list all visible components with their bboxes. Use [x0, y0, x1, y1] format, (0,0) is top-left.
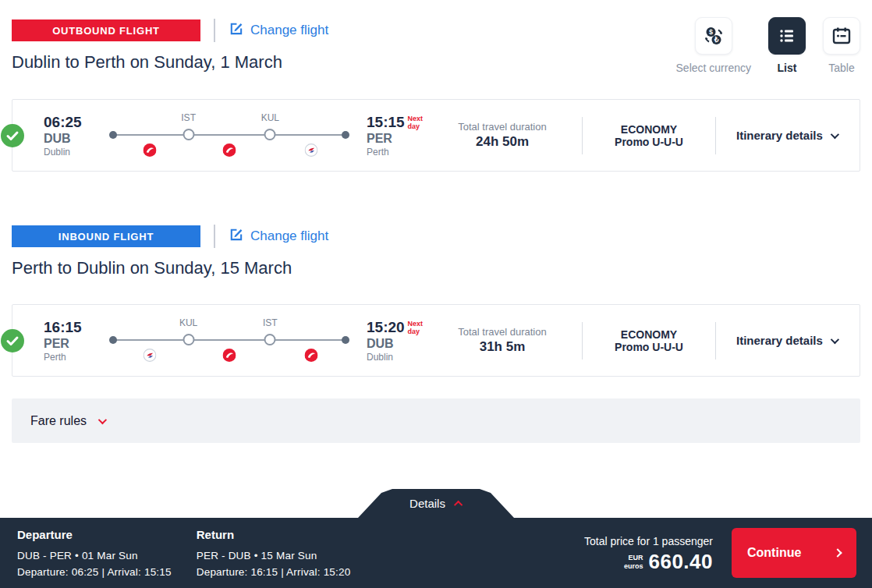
currency-label: EUR euros [624, 554, 643, 571]
duration-label: Total travel duration [443, 326, 562, 338]
inbound-arrival-block: 15:20 Next day DUB Dublin [367, 319, 443, 363]
inbound-flight-card: 16:15 PER Perth KUL IST [12, 304, 860, 377]
continue-button[interactable]: Continue [732, 528, 856, 578]
stop-label: IST [263, 317, 278, 328]
next-day-label: Next day [408, 320, 430, 336]
total-price: 660.40 [648, 550, 713, 574]
inbound-departure-block: 16:15 PER Perth [44, 319, 103, 363]
turkish-airlines-logo-icon [304, 349, 317, 362]
outbound-itinerary-details-button[interactable]: Itinerary details [736, 129, 860, 142]
duration-value: 31h 5m [443, 339, 562, 355]
departure-time: 16:15 [44, 319, 103, 336]
itinerary-details-label: Itinerary details [736, 334, 823, 347]
departure-summary-heading: Departure [17, 528, 172, 541]
table-icon [823, 17, 860, 55]
transfer-stop-marker [183, 129, 194, 140]
view-controls: $ ₺ Select currency [676, 17, 860, 74]
outbound-duration: Total travel duration 24h 50m [443, 121, 562, 150]
divider [214, 225, 215, 248]
chevron-down-icon [831, 335, 839, 343]
departure-city: Dublin [44, 147, 103, 158]
chevron-down-icon [98, 415, 107, 423]
arrival-code: PER [367, 131, 443, 147]
table-view-button[interactable]: Table [823, 17, 860, 74]
stop-label: KUL [179, 317, 197, 328]
edit-icon [229, 227, 243, 246]
inbound-change-flight-button[interactable]: Change flight [229, 227, 328, 246]
divider [214, 19, 215, 42]
departure-summary-times: Departure: 06:25 | Arrival: 15:15 [17, 566, 172, 578]
duration-label: Total travel duration [443, 121, 562, 133]
currency-code: EUR [628, 554, 643, 562]
arrival-time: 15:20 [367, 319, 405, 336]
outbound-change-flight-button[interactable]: Change flight [229, 21, 328, 40]
outbound-departure-block: 06:25 DUB Dublin [44, 114, 103, 158]
transfer-stop-marker [183, 334, 194, 345]
inbound-itinerary-details-button[interactable]: Itinerary details [736, 334, 860, 347]
success-check-icon [1, 329, 24, 352]
timeline-line [111, 134, 348, 136]
chevron-right-icon [833, 548, 842, 557]
outbound-flight-badge: OUTBOUND FLIGHT [12, 19, 200, 41]
select-currency-label: Select currency [676, 62, 751, 74]
departure-summary-route: DUB - PER • 01 Mar Sun [17, 550, 172, 561]
departure-summary: Departure DUB - PER • 01 Mar Sun Departu… [17, 528, 172, 583]
timeline-start-dot [109, 336, 117, 344]
divider [715, 322, 716, 360]
transfer-stop-marker [264, 334, 276, 345]
continue-label: Continue [747, 546, 801, 560]
malaysia-airlines-logo-icon [304, 143, 317, 157]
arrival-time: 15:15 [367, 114, 405, 131]
total-price-label: Total price for 1 passenger [584, 535, 713, 547]
duration-value: 24h 50m [443, 134, 562, 150]
arrival-code: DUB [367, 336, 443, 352]
return-summary-route: PER - DUB • 15 Mar Sun [197, 550, 351, 561]
chevron-down-icon [831, 129, 839, 138]
details-tab-label: Details [409, 497, 445, 510]
flight-selection-page: OUTBOUND FLIGHT Change flight Dublin to … [0, 0, 872, 588]
change-flight-label: Change flight [250, 23, 328, 38]
details-tab[interactable]: Details [358, 489, 514, 518]
svg-text:$: $ [709, 28, 713, 36]
fare-rules-label: Fare rules [30, 414, 87, 428]
list-view-label: List [778, 62, 797, 74]
inbound-badge-label: INBOUND FLIGHT [58, 231, 154, 243]
outbound-flight-card: 06:25 DUB Dublin IST KUL [12, 99, 860, 172]
stop-label: IST [181, 112, 196, 123]
return-summary-heading: Return [197, 528, 351, 541]
next-day-label: Next day [408, 115, 430, 131]
inbound-duration: Total travel duration 31h 5m [443, 326, 562, 355]
divider [582, 322, 583, 360]
chevron-up-icon [454, 500, 463, 508]
divider [582, 117, 583, 154]
outbound-arrival-block: 15:15 Next day PER Perth [367, 114, 443, 158]
flight-timeline: KUL IST [109, 316, 349, 366]
departure-code: PER [44, 336, 103, 352]
total-price-block: Total price for 1 passenger EUR euros 66… [584, 528, 713, 574]
timeline-start-dot [109, 131, 117, 139]
inbound-title: Perth to Dublin on Sunday, 15 March [12, 258, 328, 278]
departure-code: DUB [44, 131, 103, 147]
stop-label: KUL [261, 112, 279, 123]
turkish-airlines-logo-icon [144, 143, 157, 157]
divider [715, 117, 716, 154]
turkish-airlines-logo-icon [223, 349, 236, 362]
select-currency-button[interactable]: $ ₺ Select currency [676, 17, 751, 74]
timeline-end-dot [342, 336, 349, 344]
timeline-line [111, 339, 348, 341]
summary-bar: Departure DUB - PER • 01 Mar Sun Departu… [0, 518, 872, 588]
outbound-badge-label: OUTBOUND FLIGHT [52, 25, 160, 37]
currency-name: euros [624, 562, 643, 571]
turkish-airlines-logo-icon [223, 143, 236, 157]
malaysia-airlines-logo-icon [144, 349, 157, 362]
list-view-button[interactable]: List [768, 17, 806, 74]
table-view-label: Table [828, 62, 854, 74]
fare-rules-toggle[interactable]: Fare rules [12, 398, 860, 443]
fare-class: ECONOMY Promo U-U-U [603, 123, 695, 148]
change-flight-label: Change flight [250, 228, 328, 244]
svg-text:₺: ₺ [713, 36, 718, 44]
arrival-city: Dublin [367, 352, 443, 363]
fare-class: ECONOMY Promo U-U-U [603, 328, 695, 353]
inbound-header: INBOUND FLIGHT Change flight Perth to Du… [12, 225, 860, 278]
timeline-end-dot [342, 131, 349, 139]
